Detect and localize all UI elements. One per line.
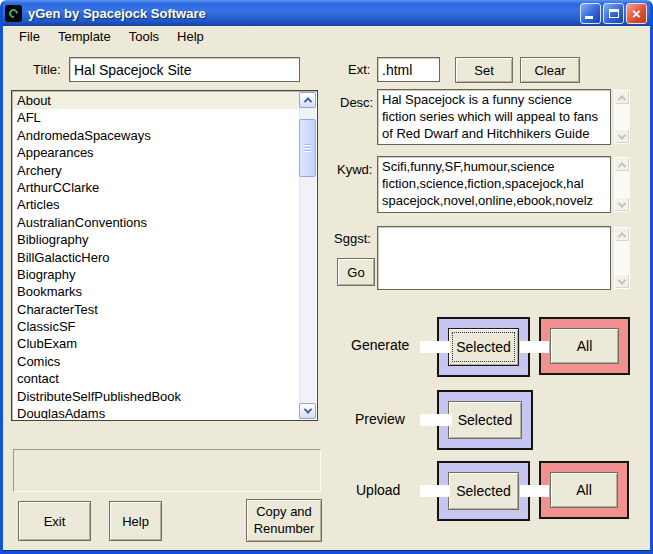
help-button[interactable]: Help [109,501,162,541]
chevron-up-icon [618,95,626,103]
app-logo-icon [5,5,22,22]
desc-textarea[interactable]: Hal Spacejock is a funny science fiction… [377,89,611,145]
generate-selected-button[interactable]: Selected [448,328,519,366]
list-item[interactable]: Archery [13,162,299,179]
exit-button[interactable]: Exit [18,501,91,541]
close-icon: × [627,5,646,23]
list-item[interactable]: AndromedaSpaceways [13,127,299,144]
connector [420,485,449,497]
preview-selected-button[interactable]: Selected [448,401,522,439]
maximize-button[interactable] [603,3,624,24]
list-item[interactable]: ClubExam [13,335,299,352]
list-item[interactable]: DistributeSelfPublishedBook [13,388,299,405]
list-item[interactable]: Biography [13,266,299,283]
desc-scrollbar [613,89,631,145]
scrollbar-thumb[interactable] [299,119,316,177]
set-button[interactable]: Set [455,57,513,83]
minimize-icon [585,16,593,19]
scroll-down-button [614,197,630,212]
scroll-down-button [614,129,630,144]
menu-bar: File Template Tools Help [3,26,650,47]
menu-help[interactable]: Help [168,27,213,46]
generate-selected-frame: Selected [437,317,530,377]
preview-label: Preview [355,411,405,427]
chevron-up-icon [618,232,626,240]
list-item[interactable]: BillGalacticHero [13,249,299,266]
menu-file[interactable]: File [10,27,49,46]
scroll-up-button [614,157,630,172]
minimize-button[interactable] [580,3,601,24]
menu-template[interactable]: Template [49,27,120,46]
upload-label: Upload [356,482,400,498]
connector [520,341,549,353]
maximize-icon [609,9,619,18]
generate-all-frame: All [539,317,630,375]
list-item[interactable]: Bookmarks [13,283,299,300]
scroll-down-button [614,274,630,289]
upload-all-button[interactable]: All [550,472,618,508]
menu-tools[interactable]: Tools [120,27,168,46]
chevron-down-icon [303,405,311,413]
list-item[interactable]: AFL [13,109,299,126]
window-title: yGen by Spacejock Software [28,6,580,21]
desc-label: Desc: [340,95,373,110]
list-item[interactable]: ArthurCClarke [13,179,299,196]
sggst-textarea[interactable] [377,226,611,290]
list-item[interactable]: Articles [13,196,299,213]
upload-all-frame: All [539,461,629,519]
chevron-down-icon [618,131,626,139]
list-item[interactable]: Bibliography [13,231,299,248]
title-label: Title: [33,62,61,77]
list-item[interactable]: Comics [13,353,299,370]
kywd-scrollbar [613,156,631,213]
chevron-down-icon [618,199,626,207]
page-listbox[interactable]: About AFL AndromedaSpaceways Appearances… [11,90,318,421]
list-scrollbar[interactable] [299,92,316,419]
list-item[interactable]: CharacterTest [13,301,299,318]
upload-selected-button[interactable]: Selected [448,472,519,510]
generate-label: Generate [351,337,409,353]
scroll-up-button [614,90,630,105]
go-button[interactable]: Go [337,258,375,286]
scroll-up-button [614,227,630,242]
scroll-up-button[interactable] [299,92,316,108]
upload-selected-frame: Selected [437,461,530,521]
list-item[interactable]: About [13,92,299,109]
app-window: yGen by Spacejock Software × File Templa… [0,0,653,554]
kywd-textarea[interactable]: Scifi,funny,SF,humour,science fiction,sc… [377,156,611,213]
list-item[interactable]: DouglasAdams [13,405,299,419]
status-panel [13,449,321,492]
chevron-up-icon [303,97,311,105]
clear-button[interactable]: Clear [520,57,580,83]
sggst-scrollbar [613,226,631,290]
close-button[interactable]: × [626,3,647,24]
list-item[interactable]: ClassicSF [13,318,299,335]
window-controls: × [580,3,647,24]
list-item[interactable]: contact [13,370,299,387]
kywd-label: Kywd: [337,162,372,177]
ext-label: Ext: [348,62,370,77]
connector [420,414,452,426]
page-list-items: About AFL AndromedaSpaceways Appearances… [13,92,299,419]
connector [420,341,449,353]
list-item[interactable]: AustralianConventions [13,214,299,231]
connector [520,485,549,497]
sggst-label: Sggst: [334,231,371,246]
scroll-down-button[interactable] [299,403,316,419]
chevron-up-icon [618,162,626,170]
ext-input[interactable] [377,57,440,82]
chevron-down-icon [618,276,626,284]
title-input[interactable] [69,57,300,82]
generate-all-button[interactable]: All [550,328,619,364]
list-item[interactable]: Appearances [13,144,299,161]
titlebar: yGen by Spacejock Software × [0,0,653,26]
copy-and-renumber-button[interactable]: Copy and Renumber [246,499,322,542]
